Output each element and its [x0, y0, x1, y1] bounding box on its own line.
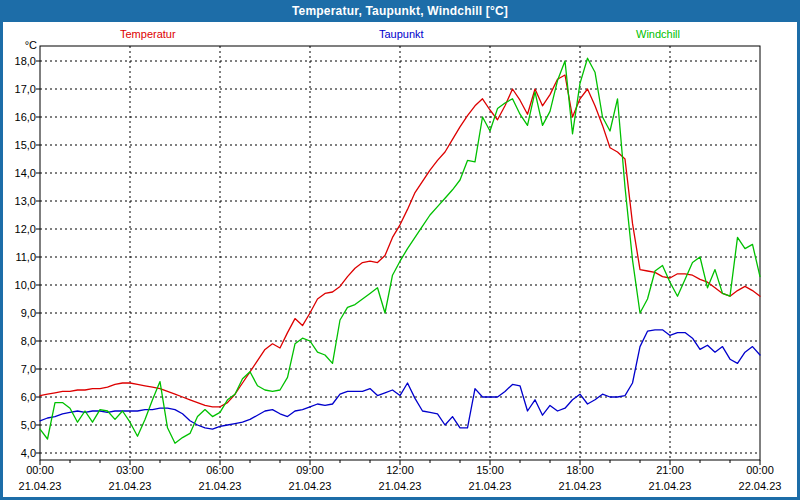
- y-tick-label: 16,0: [15, 111, 36, 123]
- y-tick-label: 14,0: [15, 167, 36, 179]
- window-title: Temperatur, Taupunkt, Windchill [°C]: [292, 4, 508, 18]
- y-tick-label: 6,0: [21, 391, 36, 403]
- x-tick-time-label: 18:00: [566, 464, 594, 476]
- y-tick-label: 7,0: [21, 363, 36, 375]
- x-tick-time-label: 12:00: [386, 464, 414, 476]
- x-tick-date-label: 21.04.23: [199, 480, 242, 492]
- x-tick-time-label: 00:00: [26, 464, 54, 476]
- x-tick-time-label: 21:00: [656, 464, 684, 476]
- x-tick-date-label: 21.04.23: [559, 480, 602, 492]
- y-tick-label: 12,0: [15, 223, 36, 235]
- y-axis-unit-label: °C: [25, 39, 37, 51]
- y-tick-label: 5,0: [21, 419, 36, 431]
- x-tick-date-label: 21.04.23: [19, 480, 62, 492]
- y-tick-label: 4,0: [21, 447, 36, 459]
- x-tick-time-label: 03:00: [116, 464, 144, 476]
- y-tick-label: 18,0: [15, 55, 36, 67]
- x-tick-date-label: 21.04.23: [649, 480, 692, 492]
- x-tick-date-label: 21.04.23: [109, 480, 152, 492]
- y-tick-label: 11,0: [15, 251, 36, 263]
- legend-item-undefined: Windchill: [636, 28, 680, 40]
- window-titlebar[interactable]: Temperatur, Taupunkt, Windchill [°C]: [0, 0, 800, 22]
- x-tick-time-label: 15:00: [476, 464, 504, 476]
- y-tick-label: 17,0: [15, 83, 36, 95]
- y-tick-label: 13,0: [15, 195, 36, 207]
- y-tick-label: 8,0: [21, 335, 36, 347]
- chart-area: TemperaturTaupunktWindchill°C18,017,016,…: [3, 22, 797, 497]
- legend-item-undefined: Temperatur: [120, 28, 176, 40]
- x-tick-date-label: 22.04.23: [739, 480, 782, 492]
- x-tick-date-label: 21.04.23: [289, 480, 332, 492]
- windchill-line: [40, 58, 760, 443]
- y-tick-label: 15,0: [15, 139, 36, 151]
- legend-item-undefined: Taupunkt: [379, 28, 424, 40]
- taupunkt-line: [40, 330, 760, 429]
- chart-window: Temperatur, Taupunkt, Windchill [°C] Tem…: [0, 0, 800, 500]
- y-tick-label: 10,0: [15, 279, 36, 291]
- x-tick-time-label: 06:00: [206, 464, 234, 476]
- x-tick-date-label: 21.04.23: [379, 480, 422, 492]
- x-tick-time-label: 09:00: [296, 464, 324, 476]
- line-chart: TemperaturTaupunktWindchill°C18,017,016,…: [3, 22, 797, 497]
- y-tick-label: 9,0: [21, 307, 36, 319]
- x-tick-time-label: 00:00: [746, 464, 774, 476]
- x-tick-date-label: 21.04.23: [469, 480, 512, 492]
